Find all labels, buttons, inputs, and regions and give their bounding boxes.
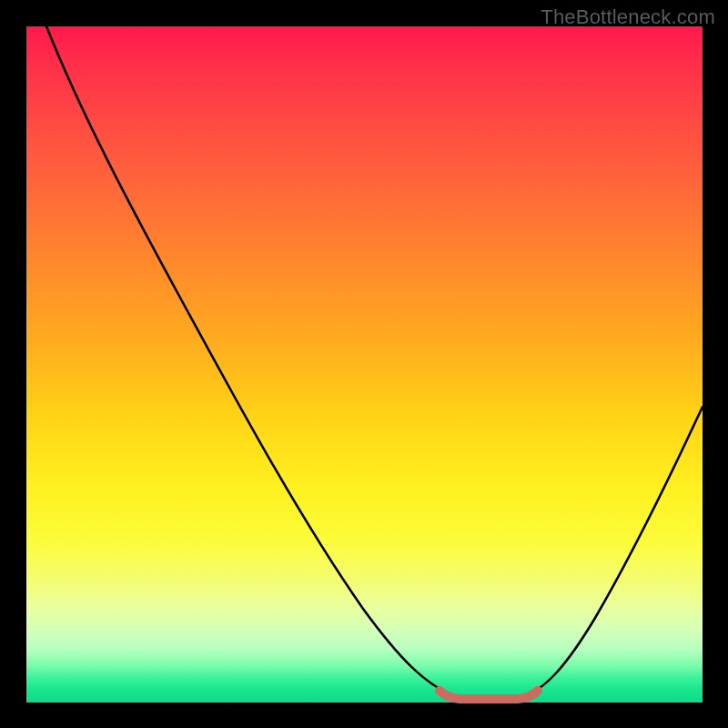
- chart-svg: [26, 26, 703, 703]
- chart-frame: TheBottleneck.com: [0, 0, 728, 728]
- highlight-marker: [440, 691, 538, 699]
- plot-area: [26, 26, 703, 703]
- bottleneck-curve: [46, 26, 703, 699]
- watermark-text: TheBottleneck.com: [541, 5, 715, 29]
